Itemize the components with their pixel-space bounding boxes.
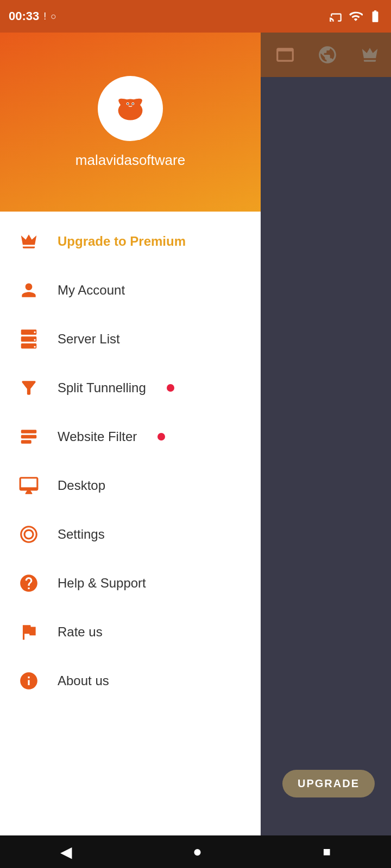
- back-button[interactable]: ◀: [60, 843, 72, 861]
- status-bar-left: 00:33 ! ○: [9, 9, 56, 23]
- cast-icon: [329, 9, 343, 23]
- svg-rect-10: [21, 435, 37, 438]
- menu-item-server-list[interactable]: Server List: [0, 315, 261, 363]
- bird-logo-icon: [109, 87, 152, 130]
- website-filter-badge: [157, 433, 165, 441]
- status-time: 00:33: [9, 9, 39, 23]
- about-us-label: About us: [58, 673, 109, 688]
- browser-icon: [275, 44, 295, 65]
- menu-item-rate-us[interactable]: Rate us: [0, 608, 261, 656]
- server-icon: [16, 327, 41, 352]
- desktop-icon: [16, 473, 41, 498]
- funnel-icon: [16, 375, 41, 400]
- drawer: malavidasoftware Upgrade to Premium My A…: [0, 33, 261, 835]
- drawer-header: malavidasoftware: [0, 33, 261, 212]
- status-bar-right: [329, 9, 382, 23]
- navigation-bar: ◀ ● ■: [0, 835, 391, 868]
- menu-item-upgrade[interactable]: Upgrade to Premium: [0, 217, 261, 266]
- menu-item-desktop[interactable]: Desktop: [0, 461, 261, 510]
- svg-point-7: [34, 339, 36, 341]
- website-filter-label: Website Filter: [58, 429, 137, 444]
- svg-point-5: [133, 103, 134, 104]
- menu-item-website-filter[interactable]: Website Filter: [0, 412, 261, 461]
- recents-button[interactable]: ■: [323, 844, 331, 859]
- filter-rows-icon: [16, 424, 41, 449]
- status-bar: 00:33 ! ○: [0, 0, 391, 33]
- split-tunnelling-badge: [167, 384, 174, 392]
- menu-item-help-support[interactable]: Help & Support: [0, 559, 261, 608]
- my-account-label: My Account: [58, 283, 125, 298]
- person-icon: [16, 278, 41, 303]
- upgrade-button[interactable]: UPGRADE: [282, 770, 375, 797]
- svg-rect-11: [21, 440, 31, 443]
- menu-item-settings[interactable]: Settings: [0, 510, 261, 559]
- logo-circle: [98, 76, 163, 141]
- wifi-icon: [349, 9, 363, 23]
- crown-icon: [360, 44, 380, 65]
- menu-item-my-account[interactable]: My Account: [0, 266, 261, 315]
- battery-icon: [368, 9, 382, 23]
- gear-icon: [16, 522, 41, 547]
- menu-item-split-tunnelling[interactable]: Split Tunnelling: [0, 363, 261, 412]
- menu-item-about-us[interactable]: About us: [0, 656, 261, 705]
- app-name: malavidasoftware: [75, 152, 185, 169]
- server-list-label: Server List: [58, 331, 120, 347]
- rate-us-label: Rate us: [58, 624, 103, 640]
- settings-label: Settings: [58, 527, 105, 542]
- upgrade-label: Upgrade to Premium: [58, 234, 186, 249]
- question-icon: [16, 571, 41, 596]
- desktop-label: Desktop: [58, 478, 105, 493]
- svg-rect-9: [21, 430, 37, 433]
- info-icon: [16, 668, 41, 693]
- svg-point-6: [34, 331, 36, 333]
- svg-point-8: [34, 346, 36, 348]
- svg-point-4: [127, 103, 128, 104]
- split-tunnelling-label: Split Tunnelling: [58, 380, 146, 395]
- flag-icon: [16, 620, 41, 644]
- help-support-label: Help & Support: [58, 576, 146, 591]
- crown-menu-icon: [16, 229, 41, 254]
- menu-list: Upgrade to Premium My Account Server: [0, 212, 261, 835]
- circle-icon: ○: [51, 11, 56, 22]
- globe-icon: [317, 44, 338, 65]
- home-button[interactable]: ●: [193, 843, 202, 860]
- alert-icon: !: [43, 11, 46, 22]
- dark-background: [261, 77, 391, 835]
